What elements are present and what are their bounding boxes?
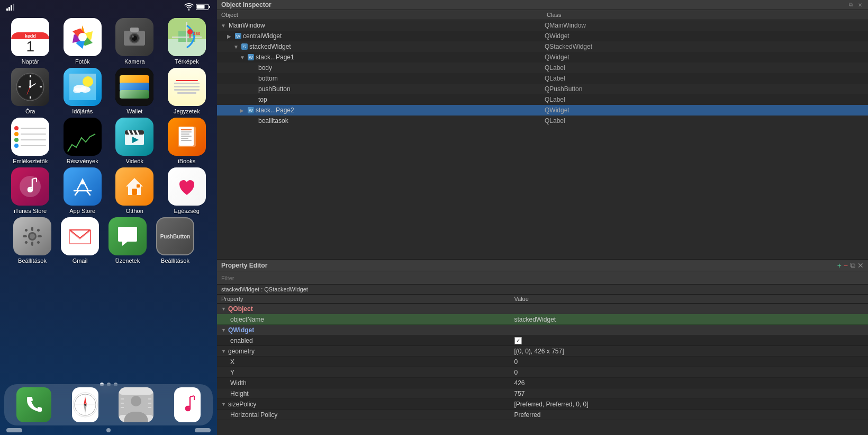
pe-arrow-sizepolicy[interactable]: ▼ (221, 402, 227, 407)
pe-close-btn[interactable]: ✕ (857, 261, 864, 270)
oi-arrow-page2[interactable]: ▶ (240, 108, 246, 113)
pe-val-width: 426 (510, 379, 869, 387)
app-pushbutton[interactable]: PushButton Beállítások (151, 217, 199, 264)
pe-check-enabled[interactable]: ✓ (514, 337, 522, 344)
oi-row-page2[interactable]: ▶ W stack...Page2 QWidget (217, 105, 868, 116)
pe-row-y[interactable]: Y 0 (217, 367, 868, 378)
cal-date-num: 1 (26, 39, 34, 54)
svg-point-51 (28, 188, 32, 191)
dock-zene[interactable] (174, 387, 201, 422)
app-kamera[interactable]: Kamera (111, 18, 158, 65)
app-appstore[interactable]: App Store (59, 167, 106, 214)
settings-svg (21, 225, 44, 248)
safari-svg (72, 392, 98, 418)
app-itunes[interactable]: iTunes Store (6, 167, 54, 214)
app-ora[interactable]: Óra (6, 68, 54, 114)
dock-telefon[interactable] (16, 387, 51, 422)
pe-prop-y: Y (230, 369, 234, 376)
pe-row-geometry[interactable]: ▼ geometry [(0, 0), 426 x 757] (217, 346, 868, 357)
pe-row-x[interactable]: X 0 (217, 357, 868, 367)
pe-val-objectname: stackedWidget (510, 316, 869, 323)
pe-row-sizepolicy[interactable]: ▼ sizePolicy [Preferred, Preferred, 0, 0… (217, 399, 868, 410)
oi-arrow-stackedwidget[interactable]: ▼ (233, 44, 240, 50)
pe-arrow-qwidget[interactable]: ▼ (221, 327, 227, 333)
oi-row-pushbutton[interactable]: pushButton QPushButton (217, 84, 868, 94)
svg-rect-2 (11, 5, 12, 11)
app-wallet[interactable]: Wallet (111, 68, 158, 114)
svg-point-79 (131, 396, 141, 406)
pe-arrow-geometry[interactable]: ▼ (221, 349, 227, 354)
svg-rect-62 (38, 235, 42, 237)
app-ibooks[interactable]: iBooks (163, 118, 211, 164)
oi-close-btn[interactable]: ✕ (856, 1, 864, 8)
bottom-fwd-btn[interactable] (195, 428, 211, 432)
pe-row-enabled[interactable]: enabled ✓ (217, 335, 868, 346)
app-gmail[interactable]: Gmail (56, 217, 104, 264)
pe-remove-btn[interactable]: − (844, 261, 848, 270)
app-otthon[interactable]: Otthon (111, 167, 158, 214)
oi-row-beallitasok[interactable]: beallitasok QLabel (217, 116, 868, 126)
app-label-ora: Óra (25, 108, 35, 114)
wifi-icon (184, 3, 194, 11)
oi-arrow-page1[interactable]: ▼ (240, 55, 246, 60)
pe-title: Property Editor (221, 262, 267, 269)
oi-name-page2: stack...Page2 (256, 106, 294, 114)
app-naptar[interactable]: kedd 1 Naptár (6, 18, 54, 65)
app-jegyzetek[interactable]: Jegyzetek (163, 68, 211, 114)
app-label-uzenetek: Üzenetek (115, 258, 140, 264)
app-label-kamera: Kamera (124, 58, 145, 65)
oi-column-header: Object Class (217, 10, 868, 20)
svg-rect-60 (31, 242, 33, 246)
iphone-simulator: kedd 1 Naptár (0, 0, 217, 435)
oi-row-stackedwidget[interactable]: ▼ S stackedWidget QStackedWidget (217, 41, 868, 52)
app-beallitasok[interactable]: Beállítások (8, 217, 56, 264)
pe-filter-input[interactable] (221, 275, 864, 281)
pe-row-width[interactable]: Width 426 (217, 378, 868, 388)
battery-icon (196, 3, 211, 11)
app-emlekeztetok[interactable]: Emlékeztetők (6, 118, 54, 164)
app-idojaras[interactable]: Időjárás (59, 68, 106, 114)
app-label-gmail: Gmail (73, 258, 88, 264)
pe-group-qobject[interactable]: ▼ QObject (217, 304, 868, 314)
pe-col-header: Property Value (217, 295, 868, 304)
app-uzenetek[interactable]: Üzenetek (104, 217, 151, 264)
svg-rect-6 (197, 5, 205, 9)
bottom-home-btn[interactable] (106, 428, 111, 432)
app-label-appstore: App Store (69, 208, 95, 214)
oi-cls-page2: QWidget (542, 106, 868, 114)
pe-add-btn[interactable]: + (837, 261, 842, 270)
pe-header: Property Editor + − ⧉ ✕ (217, 260, 868, 271)
oi-row-bottom[interactable]: bottom QLabel (217, 73, 868, 84)
oi-cls-pushbutton: QPushButton (542, 85, 868, 93)
oi-undock-btn[interactable]: ⧉ (847, 1, 854, 8)
pe-undock-btn[interactable]: ⧉ (850, 261, 855, 270)
contacts-svg (119, 387, 153, 422)
oi-row-page1[interactable]: ▼ W stack...Page1 QWidget (217, 52, 868, 63)
dock-kontaktok[interactable] (119, 387, 153, 422)
oi-row-top[interactable]: top QLabel (217, 94, 868, 105)
dock (4, 384, 213, 425)
bottom-back-btn[interactable] (6, 428, 22, 432)
svg-rect-65 (24, 241, 28, 244)
app-egeszseg[interactable]: Egészség (163, 167, 211, 214)
oi-arrow-centralwidget[interactable]: ▶ (227, 33, 233, 39)
oi-arrow-mainwindow[interactable]: ▼ (221, 23, 227, 29)
app-videok[interactable]: Videók (111, 118, 158, 164)
app-fotok[interactable]: Fotók (59, 18, 106, 65)
pe-row-horizpolicy[interactable]: Horizontal Policy Preferred (217, 410, 868, 420)
pe-row-height[interactable]: Height 757 (217, 388, 868, 399)
app-label-reszvenyek: Részvények (67, 158, 98, 164)
oi-row-mainwindow[interactable]: ▼ MainWindow QMainWindow (217, 20, 868, 31)
svg-rect-49 (181, 140, 192, 141)
oi-row-body[interactable]: body QLabel (217, 63, 868, 73)
pe-prop-horizpolicy: Horizontal Policy (230, 411, 277, 419)
pe-group-qwidget[interactable]: ▼ QWidget (217, 325, 868, 335)
app-reszvenyek[interactable]: Részvények (59, 118, 106, 164)
app-terkepek[interactable]: 280 Térképek (163, 18, 211, 65)
oi-row-centralwidget[interactable]: ▶ W centralWidget QWidget (217, 31, 868, 41)
dock-safari[interactable] (72, 387, 98, 422)
oi-cls-centralwidget: QWidget (542, 32, 868, 40)
pe-arrow-qobject[interactable]: ▼ (221, 306, 227, 312)
music-svg (174, 392, 201, 418)
pe-row-objectname[interactable]: objectName stackedWidget (217, 314, 868, 325)
